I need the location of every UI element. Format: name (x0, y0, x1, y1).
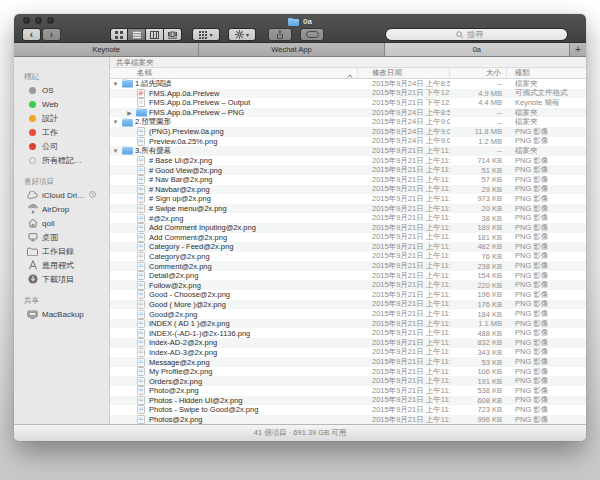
file-name-cell: # Nav Bar@2x.png (110, 175, 358, 184)
file-size: 11.8 MB (450, 127, 507, 136)
table-row[interactable]: Photos - Swipe to Good@2x.png2015年9月21日 … (110, 405, 586, 415)
sidebar-item--[interactable]: 公司 (14, 139, 109, 153)
disclosure-triangle-icon[interactable]: ▼ (110, 81, 121, 87)
arrange-button[interactable]: ▾ (192, 28, 220, 41)
column-view-button[interactable] (146, 28, 164, 41)
table-row[interactable]: # Navbar@2x.png2015年9月21日 上午11:4329 KBPN… (110, 185, 586, 195)
coverflow-view-button[interactable] (164, 28, 182, 41)
sidebar-section-header: 標記 (14, 70, 109, 83)
table-row[interactable]: ▼3.所有螢幕2015年9月21日 上午11:43--檔案夾 (110, 146, 586, 156)
tab-0a[interactable]: 0a (385, 43, 570, 56)
png-file-icon (135, 223, 147, 232)
table-row[interactable]: Category@2x.png2015年9月21日 上午11:4376 KBPN… (110, 252, 586, 262)
table-row[interactable]: Photos@2x.png2015年9月21日 上午11:43996 KBPNG… (110, 415, 586, 424)
table-row[interactable]: ▼1.請先閱讀2015年9月24日 上午8:59--檔案夾 (110, 79, 586, 89)
table-row[interactable]: (PNG).Preview.0a.png2015年9月24日 上午9:0111.… (110, 127, 586, 137)
sidebar-item-icloud-dri-[interactable]: iCloud Dri… (14, 188, 109, 202)
share-button[interactable] (268, 28, 292, 41)
file-name-cell: Photos@2x.png (110, 415, 358, 424)
sidebar-item-airdrop[interactable]: AirDrop (14, 202, 109, 216)
sidebar-item-os[interactable]: OS (14, 83, 109, 97)
table-row[interactable]: Category - Feed@2x.png2015年9月21日 上午11:43… (110, 242, 586, 252)
table-row[interactable]: Photo@2x.png2015年9月21日 上午11:43538 KBPNG … (110, 386, 586, 396)
icon-view-button[interactable] (110, 28, 128, 41)
table-row[interactable]: # Nav Bar@2x.png2015年9月21日 上午11:4357 KBP… (110, 175, 586, 185)
sidebar-item--[interactable]: 設計 (14, 111, 109, 125)
sidebar-item--[interactable]: 工作 (14, 125, 109, 139)
tab-wechat-app[interactable]: Wechat App (199, 43, 384, 56)
table-row[interactable]: # Swipe menu@2x.png2015年9月21日 上午11:4320 … (110, 204, 586, 214)
table-row[interactable]: Good - Choose@2x.png2015年9月21日 上午11:4319… (110, 290, 586, 300)
sidebar-item-macbackup[interactable]: MacBackup (14, 307, 109, 321)
table-row[interactable]: Follow@2x.png2015年9月21日 上午11:43220 KBPNG… (110, 280, 586, 290)
tab-keynote[interactable]: Keynote (14, 43, 199, 56)
file-name: # Good View@2x.png (149, 166, 222, 175)
table-row[interactable]: INDEX-(-AD-1-)@2x-1136.png2015年9月21日 上午1… (110, 328, 586, 338)
sidebar-item-qoli[interactable]: qoli (14, 216, 109, 230)
table-row[interactable]: Good ( More )@2x.png2015年9月21日 上午11:4317… (110, 300, 586, 310)
forward-button[interactable]: › (42, 28, 61, 41)
file-size: -- (450, 118, 507, 127)
list-view-icon (133, 31, 141, 39)
table-row[interactable]: FMS.App.0a.Preivew2015年9月21日 下午12:164.9 … (110, 89, 586, 99)
table-row[interactable]: Message@2x.png2015年9月21日 上午11:4353 KBPNG… (110, 357, 586, 367)
file-list-pane: 共享檔案夾 名稱 修改日期 大小 種類 ▼1.請先閱讀2015年9月24日 上午… (110, 57, 586, 424)
coverflow-view-icon (168, 31, 177, 39)
file-name-cell: # Base UI@2x.png (110, 156, 358, 165)
list-view-button[interactable] (128, 28, 146, 41)
table-row[interactable]: Detail@2x.png2015年9月21日 上午11:43154 KBPNG… (110, 271, 586, 281)
sidebar-item-web[interactable]: Web (14, 97, 109, 111)
column-header-size[interactable]: 大小 (450, 68, 507, 78)
file-date: 2015年9月24日 上午9:00 (358, 136, 450, 146)
tab-bar: KeynoteWechat App0a+ (14, 43, 586, 57)
table-row[interactable]: Orders@2x.png2015年9月21日 上午11:43191 KBPNG… (110, 376, 586, 386)
table-row[interactable]: Index-AD-2@2x.png2015年9月21日 上午11:43832 K… (110, 338, 586, 348)
sidebar-item--[interactable]: 桌面 (14, 230, 109, 244)
table-row[interactable]: Good@2x.png2015年9月21日 上午11:43184 KBPNG 影… (110, 309, 586, 319)
sidebar-item--[interactable]: 下載項目 (14, 272, 109, 286)
column-header-name[interactable]: 名稱 (110, 68, 358, 78)
sidebar-item--[interactable]: 所有標記… (14, 153, 109, 167)
table-row[interactable]: INDEX ( AD 1 )@2x.png2015年9月21日 上午11:431… (110, 319, 586, 329)
table-row[interactable]: Photos - Hidden UI@2x.png2015年9月21日 上午11… (110, 396, 586, 406)
file-name-cell: Good@2x.png (110, 310, 358, 319)
file-name: INDEX ( AD 1 )@2x.png (149, 319, 230, 328)
pdf-file-icon (135, 89, 147, 98)
column-header-kind[interactable]: 種類 (507, 68, 586, 78)
table-row[interactable]: ▼2.預覽圖形2015年9月24日 上午9:01--檔案夾 (110, 117, 586, 127)
table-row[interactable]: # Base UI@2x.png2015年9月21日 上午11:43714 KB… (110, 156, 586, 166)
sidebar-item--[interactable]: 工作目錄 (14, 244, 109, 258)
new-tab-button[interactable]: + (570, 43, 586, 56)
table-row[interactable]: Preview.0a.25%.png2015年9月24日 上午9:001.2 M… (110, 137, 586, 147)
png-file-icon (135, 175, 147, 184)
table-row[interactable]: Comment@2x.png2015年9月21日 上午11:43238 KBPN… (110, 261, 586, 271)
sidebar-item--[interactable]: 應用程式 (14, 258, 109, 272)
file-date: 2015年9月21日 上午11:43 (358, 299, 450, 309)
disclosure-triangle-icon[interactable]: ▼ (110, 119, 121, 125)
table-row[interactable]: Add Comment Inputing@2x.png2015年9月21日 上午… (110, 223, 586, 233)
table-row[interactable]: # Sign up@2x.png2015年9月21日 上午11:43973 KB… (110, 194, 586, 204)
file-date: 2015年9月24日 上午8:59 (358, 79, 450, 89)
search-field[interactable] (385, 28, 568, 41)
back-button[interactable]: ‹ (22, 28, 41, 41)
column-header-date[interactable]: 修改日期 (358, 68, 450, 78)
file-kind: PNG 影像 (507, 290, 586, 300)
disclosure-triangle-icon[interactable]: ▼ (110, 148, 121, 154)
file-date: 2015年9月21日 上午11:43 (358, 309, 450, 319)
disclosure-triangle-icon[interactable]: ▶ (124, 109, 135, 116)
table-row[interactable]: ▶FMS.App.0a.Preivew – PNG2015年9月24日 上午8:… (110, 108, 586, 118)
table-row[interactable]: My Profile@2x.png2015年9月21日 上午11:43106 K… (110, 367, 586, 377)
file-kind: PNG 影像 (507, 136, 586, 146)
table-row[interactable]: FMS.App.0a.Preivew – Output2015年9月21日 下午… (110, 98, 586, 108)
action-button[interactable]: ▾ (228, 28, 256, 41)
edit-tags-button[interactable] (300, 28, 324, 41)
file-date: 2015年9月24日 上午9:01 (358, 117, 450, 127)
file-date: 2015年9月21日 上午11:43 (358, 261, 450, 271)
file-name-cell: Follow@2x.png (110, 281, 358, 290)
table-row[interactable]: Index-AD-3@2x.png2015年9月21日 上午11:43343 K… (110, 348, 586, 358)
table-row[interactable]: #@2x.png2015年9月21日 上午11:4338 KBPNG 影像 (110, 213, 586, 223)
table-row[interactable]: Add Comment@2x.png2015年9月21日 上午11:43181 … (110, 233, 586, 243)
table-row[interactable]: # Good View@2x.png2015年9月21日 上午11:4351 K… (110, 165, 586, 175)
search-input[interactable] (467, 30, 497, 39)
sidebar: 標記OSWeb設計工作公司所有標記…喜好項目iCloud Dri…AirDrop… (14, 57, 110, 424)
